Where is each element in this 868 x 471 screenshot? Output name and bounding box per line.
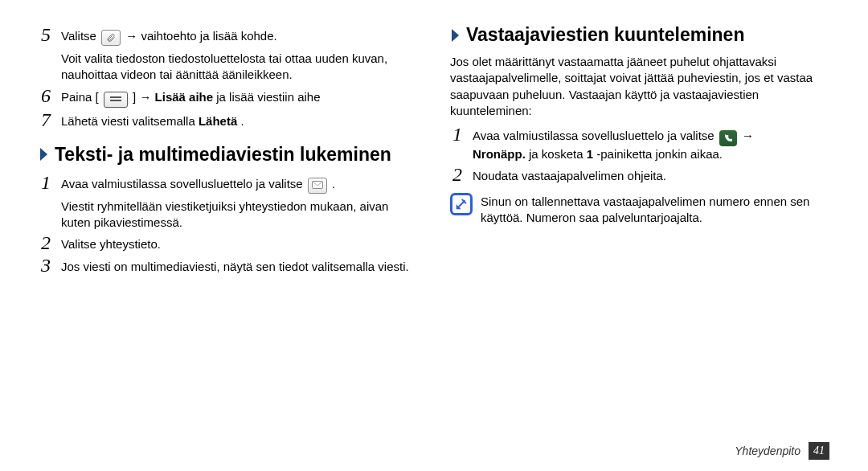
step-number: 6 xyxy=(39,87,53,105)
text: Avaa valmiustilassa sovellusluettelo ja … xyxy=(473,129,718,142)
step-number: 1 xyxy=(39,174,53,192)
page-footer: Yhteydenpito 41 xyxy=(735,442,829,460)
step-number: 2 xyxy=(39,234,53,252)
note-block: Sinun on tallennettava vastaajapalvelime… xyxy=(450,193,829,227)
text: Valitse xyxy=(61,29,100,43)
step-body: Lähetä viesti valitsemalla Lähetä . xyxy=(61,111,418,129)
text: -painiketta jonkin aikaa. xyxy=(596,147,723,161)
right-step-2: 2 Noudata vastaajapalvelimen ohjeita. xyxy=(450,166,829,184)
step-body: Noudata vastaajapalvelimen ohjeita. xyxy=(473,166,829,184)
footer-section-title: Yhteydenpito xyxy=(735,444,800,457)
substep-2: 2 Valitse yhteystieto. xyxy=(39,234,418,252)
chevron-right-icon xyxy=(39,146,50,162)
text: Lähetä viesti valitsemalla xyxy=(61,114,199,128)
text: Paina [ xyxy=(61,90,99,104)
step-6: 6 Paina [ ] → Lisää aihe ja lisää viesti… xyxy=(39,87,418,108)
step-body: Valitse → vaihtoehto ja lisää kohde. xyxy=(61,26,418,46)
note-icon xyxy=(450,193,473,215)
step-5: 5 Valitse → vaihtoehto ja lisää kohde. xyxy=(39,26,418,46)
text: ja kosketa xyxy=(529,147,587,161)
section-title-left: Teksti- ja multimediaviestin lukeminen xyxy=(39,142,418,167)
step-number: 5 xyxy=(39,26,53,44)
menu-key-icon xyxy=(104,92,128,108)
section-title-text: Vastaajaviestien kuunteleminen xyxy=(466,23,744,47)
note-text: Sinun on tallennettava vastaajapalvelime… xyxy=(481,193,829,227)
step-5-para: Voit valita tiedoston tiedostoluettelost… xyxy=(61,49,418,84)
step-number: 2 xyxy=(450,166,465,184)
substep-3: 3 Jos viesti on multimediaviesti, näytä … xyxy=(39,256,418,275)
message-icon xyxy=(308,178,327,194)
substep-1-para: Viestit ryhmitellään viestiketjuiksi yht… xyxy=(61,197,418,231)
text: . xyxy=(240,114,244,128)
step-number: 1 xyxy=(450,125,465,144)
text: → vaihtoehto ja lisää kohde. xyxy=(125,29,276,43)
step-body: Paina [ ] → Lisää aihe ja lisää viestiin… xyxy=(61,87,418,108)
substep-1: 1 Avaa valmiustilassa sovellusluettelo j… xyxy=(39,174,418,194)
step-body: Valitse yhteystieto. xyxy=(61,234,418,252)
bold-text: Lähetä xyxy=(199,114,237,128)
right-column: Vastaajaviestien kuunteleminen Jos olet … xyxy=(450,23,829,418)
text: → xyxy=(742,129,754,142)
attach-icon xyxy=(101,30,121,46)
step-body: Avaa valmiustilassa sovellusluettelo ja … xyxy=(61,174,418,194)
bold-text: 1 xyxy=(587,147,593,161)
step-body: Jos viesti on multimediaviesti, näytä se… xyxy=(61,256,418,275)
step-body: Avaa valmiustilassa sovellusluettelo ja … xyxy=(473,125,829,162)
svg-rect-1 xyxy=(110,100,121,101)
step-number: 3 xyxy=(39,256,53,275)
text: ] → xyxy=(133,90,155,104)
footer-page-number: 41 xyxy=(809,442,829,460)
right-step-1: 1 Avaa valmiustilassa sovellusluettelo j… xyxy=(450,125,829,162)
bold-text: Lisää aihe xyxy=(155,90,214,104)
intro-paragraph: Jos olet määrittänyt vastaamatta jääneet… xyxy=(450,54,829,119)
section-title-right: Vastaajaviestien kuunteleminen xyxy=(450,23,829,47)
chevron-right-icon xyxy=(450,27,461,43)
text: ja lisää viestiin aihe xyxy=(216,90,320,104)
bold-text: Nronäpp. xyxy=(473,147,526,161)
step-7: 7 Lähetä viesti valitsemalla Lähetä . xyxy=(39,111,418,129)
step-number: 7 xyxy=(39,111,53,129)
text: Avaa valmiustilassa sovellusluettelo ja … xyxy=(61,177,306,190)
svg-rect-0 xyxy=(110,96,121,98)
text: . xyxy=(332,177,335,190)
section-title-text: Teksti- ja multimediaviestin lukeminen xyxy=(55,142,391,167)
page-content: 5 Valitse → vaihtoehto ja lisää kohde. V… xyxy=(0,0,868,418)
phone-icon xyxy=(719,130,737,146)
left-column: 5 Valitse → vaihtoehto ja lisää kohde. V… xyxy=(39,23,418,418)
